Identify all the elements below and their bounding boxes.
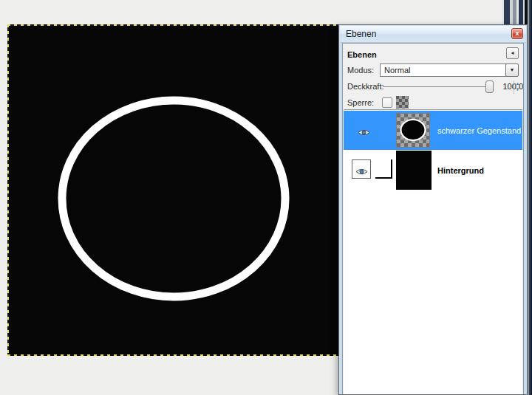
- lock-pixels-checkbox[interactable]: [382, 97, 392, 108]
- layer-row-hintergrund[interactable]: Hintergrund: [344, 150, 522, 191]
- visibility-toggle-box[interactable]: [352, 159, 371, 179]
- spinner-up-icon[interactable]: ▲: [514, 80, 521, 86]
- white-ellipse-outline: [7, 24, 338, 356]
- layer-thumbnail[interactable]: [396, 151, 432, 190]
- background-window-edge: [502, 0, 526, 27]
- layer-row-schwarzer-gegenstand[interactable]: schwarzer Gegenstand: [344, 111, 522, 150]
- opacity-spinner[interactable]: ▲ ▼: [514, 80, 521, 94]
- visibility-eye-icon[interactable]: [358, 126, 370, 134]
- opacity-slider-thumb[interactable]: [485, 80, 494, 93]
- layer-boundary-top: [7, 24, 338, 26]
- dialog-title: Ebenen: [340, 29, 376, 39]
- layer-boundary-left: [7, 24, 9, 356]
- lock-label: Sperre:: [347, 98, 374, 107]
- layer-name[interactable]: schwarzer Gegenstand: [437, 126, 521, 135]
- dialog-titlebar[interactable]: Ebenen x: [340, 26, 526, 43]
- gimp-screen: Ebenen x Ebenen ◂ Modus: Normal ▼ Deckkr…: [0, 0, 532, 395]
- lock-alpha-checkerboard-icon[interactable]: [396, 96, 409, 109]
- mode-label: Modus:: [347, 66, 374, 75]
- opacity-slider-track[interactable]: [383, 86, 486, 87]
- layer-list: schwarzer Gegenstand Hintergrund: [344, 109, 522, 394]
- spinner-down-icon[interactable]: ▼: [514, 86, 521, 92]
- panel-header: Ebenen: [347, 50, 377, 59]
- link-chain-box[interactable]: [375, 159, 392, 179]
- layer-thumbnail[interactable]: [396, 113, 430, 148]
- image-canvas[interactable]: [7, 24, 338, 356]
- opacity-label: Deckkraft:: [347, 82, 384, 91]
- visibility-eye-icon[interactable]: [355, 165, 368, 174]
- layer-name[interactable]: Hintergrund: [437, 166, 484, 175]
- layer-boundary-bottom: [7, 354, 338, 356]
- layers-panel: Ebenen ◂ Modus: Normal ▼ Deckkraft: 100,…: [342, 43, 524, 394]
- tab-menu-icon[interactable]: ◂: [506, 47, 519, 59]
- layers-dialog: Ebenen x Ebenen ◂ Modus: Normal ▼ Deckkr…: [338, 24, 528, 395]
- chevron-down-icon[interactable]: ▼: [505, 63, 519, 77]
- mode-select[interactable]: Normal: [380, 63, 513, 77]
- close-icon[interactable]: x: [511, 28, 523, 39]
